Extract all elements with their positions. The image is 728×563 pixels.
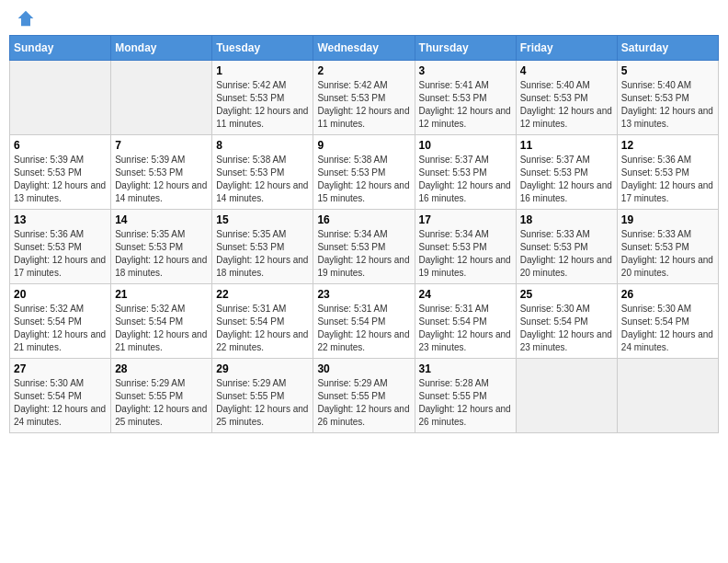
day-info: Sunrise: 5:37 AM Sunset: 5:53 PM Dayligh… [520,154,613,205]
calendar-cell: 28Sunrise: 5:29 AM Sunset: 5:55 PM Dayli… [111,359,212,433]
weekday-header-saturday: Saturday [617,36,718,61]
day-info: Sunrise: 5:41 AM Sunset: 5:53 PM Dayligh… [419,79,512,131]
day-number: 30 [317,362,410,375]
day-number: 21 [115,288,208,301]
day-number: 22 [216,288,309,301]
day-info: Sunrise: 5:31 AM Sunset: 5:54 PM Dayligh… [216,303,309,354]
day-info: Sunrise: 5:30 AM Sunset: 5:54 PM Dayligh… [520,303,613,354]
day-number: 17 [419,213,512,226]
weekday-header-friday: Friday [516,36,617,61]
day-number: 12 [621,139,714,152]
day-number: 5 [621,64,714,77]
day-number: 15 [216,213,309,226]
day-info: Sunrise: 5:38 AM Sunset: 5:53 PM Dayligh… [317,154,410,205]
day-info: Sunrise: 5:33 AM Sunset: 5:53 PM Dayligh… [621,228,714,280]
calendar-cell: 12Sunrise: 5:36 AM Sunset: 5:53 PM Dayli… [617,135,718,210]
day-number: 19 [621,213,714,226]
calendar-cell: 26Sunrise: 5:30 AM Sunset: 5:54 PM Dayli… [617,284,718,359]
day-number: 23 [317,288,410,301]
calendar-cell: 7Sunrise: 5:39 AM Sunset: 5:53 PM Daylig… [111,135,212,210]
day-info: Sunrise: 5:40 AM Sunset: 5:53 PM Dayligh… [621,79,714,131]
calendar-table: SundayMondayTuesdayWednesdayThursdayFrid… [9,35,719,433]
day-number: 3 [419,64,512,77]
day-info: Sunrise: 5:42 AM Sunset: 5:53 PM Dayligh… [317,79,410,131]
day-info: Sunrise: 5:34 AM Sunset: 5:53 PM Dayligh… [317,228,410,280]
calendar-week-row: 20Sunrise: 5:32 AM Sunset: 5:54 PM Dayli… [10,284,719,359]
calendar-cell [111,61,212,135]
day-number: 18 [520,213,613,226]
day-number: 10 [419,139,512,152]
day-info: Sunrise: 5:32 AM Sunset: 5:54 PM Dayligh… [14,303,107,354]
calendar-week-row: 1Sunrise: 5:42 AM Sunset: 5:53 PM Daylig… [10,61,719,135]
logo-icon [17,9,35,28]
calendar-week-row: 27Sunrise: 5:30 AM Sunset: 5:54 PM Dayli… [10,359,719,433]
day-info: Sunrise: 5:30 AM Sunset: 5:54 PM Dayligh… [621,303,714,354]
day-info: Sunrise: 5:38 AM Sunset: 5:53 PM Dayligh… [216,154,309,205]
calendar-cell: 14Sunrise: 5:35 AM Sunset: 5:53 PM Dayli… [111,210,212,284]
day-info: Sunrise: 5:29 AM Sunset: 5:55 PM Dayligh… [216,377,309,429]
calendar-week-row: 13Sunrise: 5:36 AM Sunset: 5:53 PM Dayli… [10,210,719,284]
calendar-cell: 16Sunrise: 5:34 AM Sunset: 5:53 PM Dayli… [313,210,415,284]
weekday-header-tuesday: Tuesday [212,36,313,61]
calendar-cell: 11Sunrise: 5:37 AM Sunset: 5:53 PM Dayli… [516,135,617,210]
calendar-cell: 17Sunrise: 5:34 AM Sunset: 5:53 PM Dayli… [415,210,516,284]
calendar-cell: 23Sunrise: 5:31 AM Sunset: 5:54 PM Dayli… [313,284,415,359]
day-info: Sunrise: 5:36 AM Sunset: 5:53 PM Dayligh… [621,154,714,205]
day-info: Sunrise: 5:39 AM Sunset: 5:53 PM Dayligh… [14,154,107,205]
calendar-cell: 20Sunrise: 5:32 AM Sunset: 5:54 PM Dayli… [10,284,111,359]
calendar-cell [516,359,617,433]
logo [13,9,35,28]
calendar-cell: 9Sunrise: 5:38 AM Sunset: 5:53 PM Daylig… [313,135,415,210]
day-number: 6 [14,139,107,152]
calendar-cell: 19Sunrise: 5:33 AM Sunset: 5:53 PM Dayli… [617,210,718,284]
calendar-cell: 4Sunrise: 5:40 AM Sunset: 5:53 PM Daylig… [516,61,617,135]
calendar-cell: 22Sunrise: 5:31 AM Sunset: 5:54 PM Dayli… [212,284,313,359]
day-number: 8 [216,139,309,152]
weekday-header-sunday: Sunday [10,36,111,61]
day-number: 7 [115,139,208,152]
calendar-week-row: 6Sunrise: 5:39 AM Sunset: 5:53 PM Daylig… [10,135,719,210]
calendar-cell: 8Sunrise: 5:38 AM Sunset: 5:53 PM Daylig… [212,135,313,210]
day-number: 9 [317,139,410,152]
calendar-cell: 3Sunrise: 5:41 AM Sunset: 5:53 PM Daylig… [415,61,516,135]
day-info: Sunrise: 5:29 AM Sunset: 5:55 PM Dayligh… [115,377,208,429]
day-number: 2 [317,64,410,77]
svg-marker-0 [18,11,34,27]
day-number: 25 [520,288,613,301]
day-info: Sunrise: 5:31 AM Sunset: 5:54 PM Dayligh… [419,303,512,354]
calendar-cell: 21Sunrise: 5:32 AM Sunset: 5:54 PM Dayli… [111,284,212,359]
calendar-cell [10,61,111,135]
calendar-cell: 29Sunrise: 5:29 AM Sunset: 5:55 PM Dayli… [212,359,313,433]
calendar-cell: 27Sunrise: 5:30 AM Sunset: 5:54 PM Dayli… [10,359,111,433]
day-number: 31 [419,362,512,375]
day-info: Sunrise: 5:42 AM Sunset: 5:53 PM Dayligh… [216,79,309,131]
calendar-cell: 13Sunrise: 5:36 AM Sunset: 5:53 PM Dayli… [10,210,111,284]
calendar-cell: 30Sunrise: 5:29 AM Sunset: 5:55 PM Dayli… [313,359,415,433]
calendar-cell: 1Sunrise: 5:42 AM Sunset: 5:53 PM Daylig… [212,61,313,135]
day-number: 24 [419,288,512,301]
day-number: 20 [14,288,107,301]
calendar-header-row: SundayMondayTuesdayWednesdayThursdayFrid… [10,36,719,61]
day-info: Sunrise: 5:39 AM Sunset: 5:53 PM Dayligh… [115,154,208,205]
calendar-cell: 2Sunrise: 5:42 AM Sunset: 5:53 PM Daylig… [313,61,415,135]
day-info: Sunrise: 5:40 AM Sunset: 5:53 PM Dayligh… [520,79,613,131]
day-number: 29 [216,362,309,375]
weekday-header-thursday: Thursday [415,36,516,61]
calendar-cell: 24Sunrise: 5:31 AM Sunset: 5:54 PM Dayli… [415,284,516,359]
day-info: Sunrise: 5:35 AM Sunset: 5:53 PM Dayligh… [115,228,208,280]
weekday-header-wednesday: Wednesday [313,36,415,61]
day-info: Sunrise: 5:37 AM Sunset: 5:53 PM Dayligh… [419,154,512,205]
day-number: 11 [520,139,613,152]
day-info: Sunrise: 5:31 AM Sunset: 5:54 PM Dayligh… [317,303,410,354]
calendar-cell [617,359,718,433]
day-info: Sunrise: 5:30 AM Sunset: 5:54 PM Dayligh… [14,377,107,429]
calendar-cell: 18Sunrise: 5:33 AM Sunset: 5:53 PM Dayli… [516,210,617,284]
day-number: 28 [115,362,208,375]
day-info: Sunrise: 5:33 AM Sunset: 5:53 PM Dayligh… [520,228,613,280]
day-info: Sunrise: 5:32 AM Sunset: 5:54 PM Dayligh… [115,303,208,354]
day-number: 26 [621,288,714,301]
day-info: Sunrise: 5:29 AM Sunset: 5:55 PM Dayligh… [317,377,410,429]
calendar-cell: 6Sunrise: 5:39 AM Sunset: 5:53 PM Daylig… [10,135,111,210]
calendar-cell: 31Sunrise: 5:28 AM Sunset: 5:55 PM Dayli… [415,359,516,433]
weekday-header-monday: Monday [111,36,212,61]
